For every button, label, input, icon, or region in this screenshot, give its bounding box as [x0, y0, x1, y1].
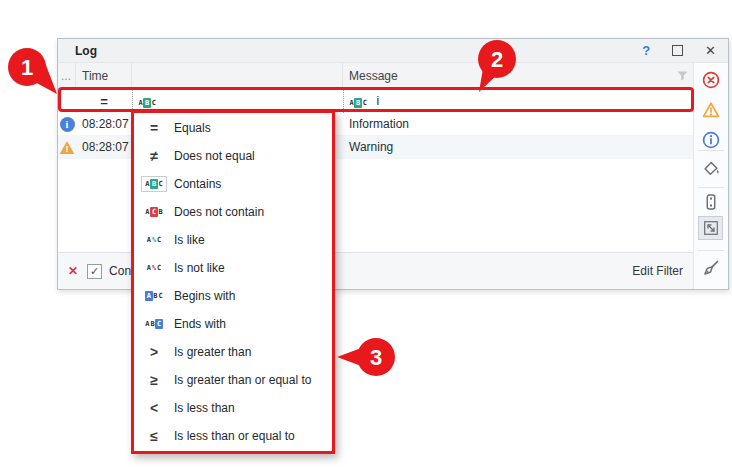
remove-filter-button[interactable]: ✕ [68, 264, 78, 278]
filter-cell-severity[interactable] [58, 89, 76, 113]
contains-icon: ABC [142, 176, 166, 192]
checkbox-check-icon: ✓ [90, 266, 99, 277]
broom-icon[interactable] [702, 259, 720, 277]
menu-item-label: Is greater than [174, 345, 251, 359]
filter-funnel-icon[interactable] [677, 71, 688, 81]
edit-filter-button[interactable]: Edit Filter [632, 264, 683, 278]
menu-item-is-greater-than-or-equal[interactable]: ≥Is greater than or equal to [134, 366, 332, 394]
sidebar-separator [698, 150, 724, 151]
is-like-icon: A%C [142, 235, 166, 245]
column-header-message[interactable]: Message [343, 63, 694, 88]
warning-icon: ! [58, 136, 76, 158]
paint-bucket-icon[interactable] [702, 159, 720, 177]
log-message: Information [343, 113, 694, 135]
menu-item-equals[interactable]: =Equals [134, 114, 332, 142]
sidebar [693, 63, 728, 289]
menu-item-label: Is like [174, 233, 205, 247]
contains-operator-icon[interactable]: ABC [138, 94, 156, 108]
menu-item-contains[interactable]: ABCContains [134, 170, 332, 198]
device-icon[interactable] [702, 193, 720, 211]
menu-item-does-not-equal[interactable]: ≠Does not equal [134, 142, 332, 170]
menu-item-label: Begins with [174, 289, 235, 303]
maximize-icon[interactable] [672, 45, 683, 56]
does-not-equal-icon: ≠ [142, 148, 166, 164]
equals-icon: = [142, 120, 166, 136]
sidebar-separator [698, 187, 724, 188]
callout-badge-3: 3 [334, 336, 398, 380]
menu-item-label: Is less than or equal to [174, 429, 295, 443]
log-time: 08:28:07 [76, 113, 132, 135]
is-less-than-or-equal-icon: ≤ [142, 428, 166, 444]
column-header-blank[interactable] [132, 63, 343, 88]
svg-text:1: 1 [21, 55, 33, 80]
begins-with-icon: ABC [142, 291, 166, 301]
filter-cell-message[interactable]: ABC i [343, 89, 694, 113]
menu-item-label: Contains [174, 177, 221, 191]
menu-item-is-like[interactable]: A%CIs like [134, 226, 332, 254]
menu-item-label: Is greater than or equal to [174, 373, 311, 387]
info-circle-icon[interactable] [702, 131, 720, 149]
warning-triangle-icon[interactable] [702, 101, 720, 119]
menu-item-label: Is not like [174, 261, 225, 275]
is-greater-than-or-equal-icon: ≥ [142, 372, 166, 388]
menu-item-label: Is less than [174, 401, 235, 415]
svg-text:3: 3 [370, 345, 382, 370]
sidebar-separator [698, 250, 724, 251]
circle-x-icon[interactable] [702, 71, 720, 89]
does-not-contain-icon: ACB [142, 207, 166, 217]
menu-item-is-less-than-or-equal[interactable]: ≤Is less than or equal to [134, 422, 332, 450]
is-greater-than-icon: > [142, 344, 166, 360]
is-not-like-icon: A%C [142, 263, 166, 273]
log-time: 08:28:07 [76, 136, 132, 158]
column-header-row: ... Time Message [58, 63, 694, 89]
menu-item-does-not-contain[interactable]: ACBDoes not contain [134, 198, 332, 226]
log-message: Warning [343, 136, 694, 158]
column-header-time[interactable]: Time [76, 63, 132, 88]
menu-item-is-greater-than[interactable]: >Is greater than [134, 338, 332, 366]
menu-item-is-less-than[interactable]: <Is less than [134, 394, 332, 422]
contains-operator-icon[interactable]: ABC [349, 94, 367, 108]
menu-item-ends-with[interactable]: ABCEnds with [134, 310, 332, 338]
menu-item-label: Does not equal [174, 149, 255, 163]
resize-arrows-icon[interactable] [698, 216, 723, 240]
menu-item-label: Does not contain [174, 205, 264, 219]
window-title: Log [75, 44, 97, 58]
filter-enabled-checkbox[interactable]: ✓ [87, 264, 102, 279]
menu-item-label: Equals [174, 121, 211, 135]
menu-item-label: Ends with [174, 317, 226, 331]
close-icon[interactable]: ✕ [705, 44, 716, 57]
is-less-than-icon: < [142, 400, 166, 416]
menu-item-begins-with[interactable]: ABCBegins with [134, 282, 332, 310]
callout-badge-1: 1 [6, 46, 62, 100]
menu-item-is-not-like[interactable]: A%CIs not like [134, 254, 332, 282]
message-filter-value[interactable]: i [376, 94, 379, 108]
column-header-severity[interactable]: ... [58, 63, 76, 88]
column-header-message-label: Message [349, 69, 398, 83]
equals-operator-icon[interactable]: = [100, 94, 108, 109]
help-button[interactable]: ? [642, 43, 650, 58]
filter-cell-time[interactable]: = [76, 89, 132, 113]
filter-operator-menu: =Equals≠Does not equalABCContainsACBDoes… [131, 110, 335, 454]
titlebar[interactable]: Log ? ✕ [58, 39, 728, 63]
ends-with-icon: ABC [142, 319, 166, 329]
svg-text:!: ! [66, 144, 69, 154]
information-icon: i [58, 113, 76, 135]
